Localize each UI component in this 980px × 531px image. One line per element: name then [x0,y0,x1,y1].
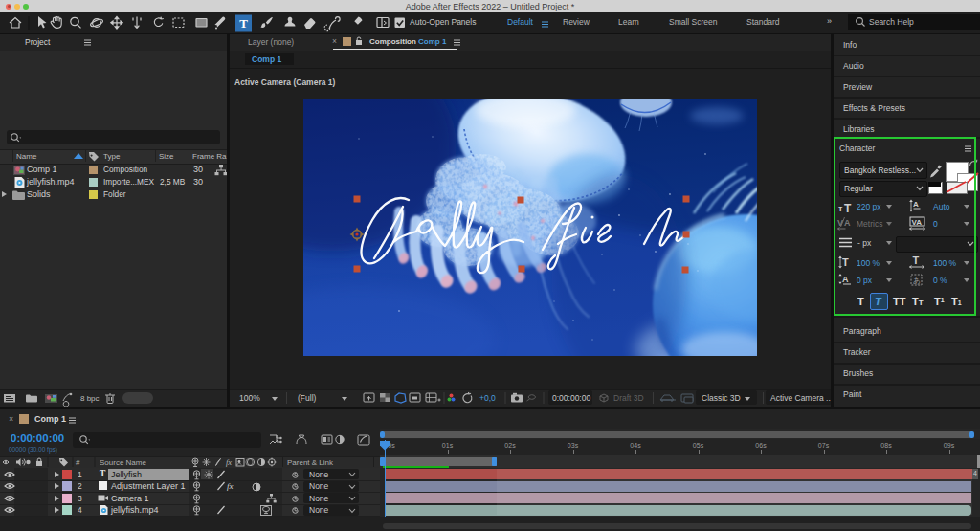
svg-text:fx: fx [226,457,232,467]
svg-text:T: T [239,16,248,31]
